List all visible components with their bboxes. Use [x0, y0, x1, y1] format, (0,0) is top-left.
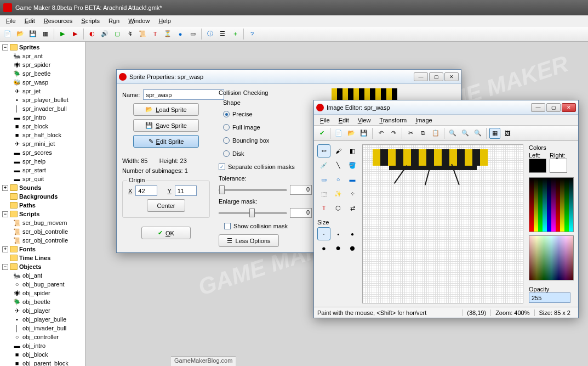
size-3[interactable]: ● [346, 227, 359, 240]
enlarge-value[interactable]: 0 [290, 208, 312, 218]
text-tool[interactable]: T [317, 201, 330, 215]
copy-icon[interactable]: ⧉ [418, 128, 429, 139]
accept-icon[interactable]: ✔ [316, 128, 327, 139]
tree-item[interactable]: 🐝spr_wasp [1, 78, 84, 87]
sprite-props-titlebar[interactable]: Sprite Properties: spr_wasp — ▢ ✕ [117, 70, 461, 84]
tree-item[interactable]: ▬spr_scores [1, 148, 84, 157]
cut-icon[interactable]: ✂ [405, 128, 416, 139]
extension-icon[interactable]: ＋ [230, 29, 241, 40]
tree-item[interactable]: ○obj_bug_parent [1, 280, 84, 289]
tree-item[interactable]: 📜scr_obj_controlle [1, 227, 84, 236]
tree-item[interactable]: ✈spr_jet [1, 87, 84, 95]
color-palette[interactable] [529, 177, 574, 232]
menu-file[interactable]: File [2, 16, 20, 25]
image-editor-titlebar[interactable]: Image Editor: spr_wasp — ▢ ✕ [314, 100, 578, 115]
tree-item[interactable]: 📜scr_bug_movem [1, 218, 84, 227]
tree-item[interactable]: ■obj_block [1, 350, 84, 359]
zoom-in-icon[interactable]: 🔍 [460, 128, 471, 139]
brush-tool[interactable]: 🖌 [332, 144, 345, 157]
ellipse-tool[interactable]: ○ [332, 173, 345, 186]
load-sprite-button[interactable]: 📂Load Sprite [133, 103, 199, 116]
tree-item[interactable]: 📜scr_obj_controlle [1, 236, 84, 245]
preview-icon[interactable]: 🖼 [502, 128, 513, 139]
path-icon[interactable]: ↯ [124, 29, 135, 40]
tree-item[interactable]: 🪲spr_beetle [1, 69, 84, 78]
filled-rect-tool[interactable]: ▬ [346, 173, 359, 186]
save-icon[interactable]: 💾 [358, 128, 369, 139]
open-icon[interactable]: 📂 [15, 29, 26, 40]
ie-menu-file[interactable]: File [316, 116, 334, 125]
tree-item[interactable]: •obj_player_bulle [1, 315, 84, 324]
resource-tree[interactable]: −Sprites 🐜spr_ant🕷spr_spider🪲spr_beetle🐝… [0, 42, 85, 366]
tolerance-value[interactable]: 0 [290, 185, 312, 195]
select-tool[interactable]: ⬚ [317, 187, 330, 200]
new-icon[interactable]: 📄 [333, 128, 344, 139]
wand-tool[interactable]: ✨ [332, 187, 345, 200]
menu-resources[interactable]: Resources [40, 16, 77, 25]
redo-icon[interactable]: ↷ [388, 128, 399, 139]
font-icon[interactable]: T [150, 29, 161, 40]
tree-item[interactable]: 🪲obj_beetle [1, 297, 84, 306]
pacman-icon[interactable]: ◐ [87, 29, 98, 40]
tree-item[interactable]: │spr_invader_bull [1, 104, 84, 113]
tree-paths[interactable]: Paths [1, 201, 84, 210]
spray-tool[interactable]: ⁘ [346, 187, 359, 200]
paste-icon[interactable]: 📋 [430, 128, 441, 139]
color-spectrum[interactable] [529, 235, 574, 280]
tree-item[interactable]: •spr_player_bullet [1, 95, 84, 104]
origin-y-input[interactable] [175, 185, 197, 196]
tree-timelines[interactable]: Time Lines [1, 254, 84, 262]
maximize-button[interactable]: ▢ [546, 103, 561, 112]
tree-item[interactable]: ▬spr_help [1, 157, 84, 166]
line-tool[interactable]: ╲ [332, 159, 345, 172]
tolerance-slider[interactable] [219, 185, 287, 195]
grid-icon[interactable]: ▦ [489, 128, 500, 139]
center-button[interactable]: Center [147, 199, 185, 212]
tree-item[interactable]: ✈spr_mini_jet [1, 139, 84, 148]
script-icon[interactable]: 📜 [137, 29, 148, 40]
menu-help[interactable]: Help [155, 16, 175, 25]
size-4[interactable]: ● [317, 241, 330, 255]
size-5[interactable]: ● [332, 241, 345, 255]
object-icon[interactable]: ● [175, 29, 186, 40]
run-icon[interactable]: ▶ [57, 29, 68, 40]
left-color[interactable] [529, 159, 546, 173]
edit-sprite-button[interactable]: ✎Edit Sprite [133, 135, 199, 148]
ie-menu-view[interactable]: View [354, 116, 375, 125]
eyedropper-tool[interactable]: 💉 [317, 159, 330, 172]
background-icon[interactable]: ▢ [112, 29, 123, 40]
less-options-button[interactable]: ☰Less Options [219, 234, 279, 247]
tree-fonts[interactable]: +Fonts [1, 245, 84, 254]
pencil-tool[interactable]: ✏ [317, 144, 330, 157]
undo-icon[interactable]: ↶ [375, 128, 386, 139]
tree-item[interactable]: ▬obj_intro [1, 341, 84, 350]
enlarge-slider[interactable] [219, 208, 287, 218]
pixel-canvas[interactable] [362, 144, 523, 303]
room-icon[interactable]: ▭ [187, 29, 198, 40]
grid-icon[interactable]: ▦ [40, 29, 51, 40]
radio-full[interactable]: Full image [223, 122, 312, 132]
tree-item[interactable]: ▬spr_quit [1, 174, 84, 183]
info-icon[interactable]: ⓘ [204, 29, 215, 40]
ie-menu-edit[interactable]: Edit [335, 116, 353, 125]
fill-tool[interactable]: 🪣 [346, 159, 359, 172]
zoom-out-icon[interactable]: 🔍 [447, 128, 458, 139]
right-color[interactable] [550, 159, 567, 173]
save-icon[interactable]: 💾 [27, 29, 38, 40]
tree-backgrounds[interactable]: Backgrounds [1, 192, 84, 201]
tree-sprites[interactable]: −Sprites [1, 43, 84, 52]
polygon-tool[interactable]: ⬡ [332, 201, 345, 215]
tree-item[interactable]: 🐜spr_ant [1, 52, 84, 60]
tree-item[interactable]: ✈obj_player [1, 306, 84, 315]
tree-item[interactable]: │obj_invader_bull [1, 324, 84, 333]
tree-item[interactable]: 🕷spr_spider [1, 60, 84, 69]
radio-disk[interactable]: Disk [223, 149, 312, 159]
tree-scripts[interactable]: −Scripts [1, 210, 84, 218]
size-6[interactable]: ● [346, 241, 359, 255]
ie-menu-transform[interactable]: Transform [375, 116, 410, 125]
name-input[interactable] [143, 89, 224, 100]
size-1[interactable]: ● [317, 227, 330, 240]
menu-window[interactable]: Window [124, 16, 153, 25]
eraser-tool[interactable]: ◧ [346, 144, 359, 157]
help-icon[interactable]: ? [247, 29, 258, 40]
